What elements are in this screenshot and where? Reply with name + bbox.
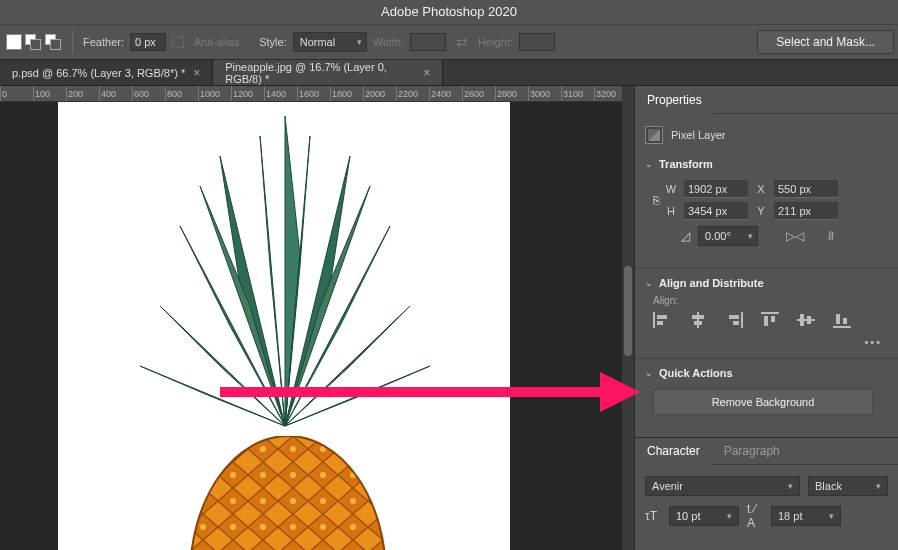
swap-wh-icon: ⇄ [452,34,472,50]
feather-label: Feather: [83,36,124,48]
svg-rect-6 [657,321,663,325]
tab-character[interactable]: Character [635,439,712,465]
close-icon[interactable]: × [423,66,430,80]
document-tab[interactable]: Pineapple.jpg @ 16.7% (Layer 0, RGB/8) *… [213,60,443,85]
chevron-down-icon: ⌄ [645,159,653,169]
app-titlebar: Adobe Photoshop 2020 [0,0,898,24]
svg-rect-15 [771,316,775,322]
subtract-selection-icon[interactable] [44,33,62,51]
vertical-scrollbar[interactable] [622,86,634,550]
svg-rect-16 [797,319,815,321]
close-icon[interactable]: × [193,66,200,80]
align-bottom-icon[interactable] [833,312,851,328]
antialias-checkbox [172,36,184,48]
chevron-down-icon: ⌄ [645,278,653,288]
antialias-label: Anti-alias [194,36,239,48]
svg-rect-5 [657,315,667,319]
tab-properties[interactable]: Properties [635,87,714,114]
x-label: X [754,183,768,195]
height-label: Height: [478,36,513,48]
add-selection-icon[interactable] [24,33,42,51]
svg-point-2 [190,436,386,550]
svg-rect-18 [807,316,811,324]
document-tab-label: p.psd @ 66.7% (Layer 3, RGB/8*) * [12,67,185,79]
options-bar: Feather: Anti-alias Style: Normal Width:… [0,24,898,60]
align-sublabel: Align: [645,293,888,312]
align-vcenter-icon[interactable] [797,312,815,328]
angle-select[interactable]: 0.00° [698,226,758,246]
svg-rect-9 [694,321,702,325]
chevron-down-icon: ⌄ [645,368,653,378]
svg-rect-19 [833,326,851,328]
pixel-layer-icon [645,126,663,144]
angle-icon: ◿ [681,229,690,243]
select-and-mask-button[interactable]: Select and Mask... [757,30,894,54]
svg-rect-17 [800,314,804,326]
y-label: Y [754,205,768,217]
font-weight-select[interactable]: Black [808,476,888,496]
feather-input[interactable] [130,33,166,51]
leading-select[interactable]: 18 pt [771,506,841,526]
canvas-area[interactable]: 0100200400600800100012001400160018002000… [0,86,622,550]
remove-background-button[interactable]: Remove Background [653,389,873,415]
width-input [410,33,446,51]
section-transform[interactable]: ⌄ Transform [645,154,888,174]
align-left-icon[interactable] [653,312,671,328]
layer-type-label: Pixel Layer [671,129,725,141]
svg-rect-14 [764,316,768,326]
align-hcenter-icon[interactable] [689,312,707,328]
flip-vertical-icon[interactable]: ⥯ [826,229,836,243]
pineapple-image [140,106,430,436]
w-label: W [664,183,678,195]
y-field[interactable] [774,202,838,220]
svg-rect-7 [697,312,699,328]
svg-rect-13 [761,312,779,314]
link-wh-icon[interactable]: ⎘ [653,194,660,206]
font-family-select[interactable]: Avenir [645,476,800,496]
scrollbar-thumb[interactable] [624,266,632,356]
document-tabs: p.psd @ 66.7% (Layer 3, RGB/8*) * × Pine… [0,60,898,86]
svg-rect-4 [653,312,655,328]
document-tab[interactable]: p.psd @ 66.7% (Layer 3, RGB/8*) * × [0,60,213,85]
document-tab-label: Pineapple.jpg @ 16.7% (Layer 0, RGB/8) * [225,61,415,85]
font-size-icon: τT [645,509,661,523]
pineapple-image [188,436,388,550]
svg-rect-20 [836,314,840,324]
section-quick-actions[interactable]: ⌄ Quick Actions [645,363,888,383]
x-field[interactable] [774,180,838,198]
style-select[interactable]: Normal [293,32,367,52]
height-input [519,33,555,51]
height-field[interactable] [684,202,748,220]
selection-mode-icons [6,33,62,51]
svg-rect-10 [741,312,743,328]
section-align[interactable]: ⌄ Align and Distribute [645,273,888,293]
right-panels: Properties Pixel Layer ⌄ Transform ⎘ W [634,86,898,550]
flip-horizontal-icon[interactable]: ▷◁ [786,229,804,243]
new-selection-icon[interactable] [6,34,22,50]
tab-paragraph[interactable]: Paragraph [712,438,792,464]
divider [72,30,73,54]
svg-rect-11 [729,315,739,319]
svg-rect-8 [692,315,704,319]
font-size-select[interactable]: 10 pt [669,506,739,526]
more-options-icon[interactable]: ••• [645,336,888,354]
svg-rect-21 [843,318,847,324]
svg-rect-12 [733,321,739,325]
leading-icon: t ⁄ A [747,502,763,530]
ruler-horizontal: 0100200400600800100012001400160018002000… [0,86,622,102]
h-label: H [664,205,678,217]
align-right-icon[interactable] [725,312,743,328]
width-label: Width: [373,36,404,48]
style-label: Style: [259,36,287,48]
align-top-icon[interactable] [761,312,779,328]
width-field[interactable] [684,180,748,198]
